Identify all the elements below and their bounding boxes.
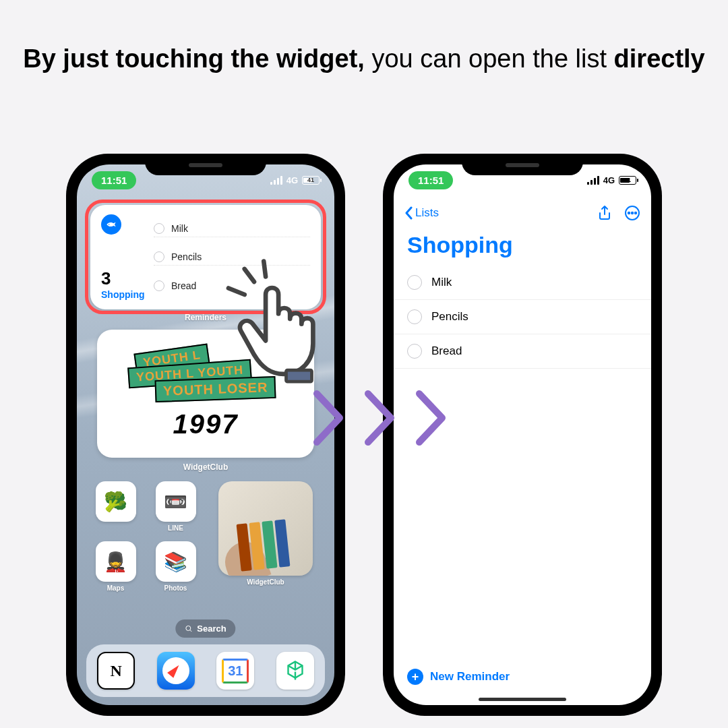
phone-left: 11:51 4G 41 3 Shoppi [67, 155, 344, 715]
svg-point-4 [635, 212, 636, 214]
youth-widget[interactable]: YOUTH L YOUTH L YOUTH YOUTH LOSER 1997 [97, 330, 314, 458]
search-icon [185, 625, 193, 633]
app-icon[interactable]: 💂Maps [90, 541, 141, 592]
back-button[interactable]: Lists [404, 206, 439, 220]
network-label: 4G [286, 175, 298, 185]
checkbox[interactable] [407, 309, 422, 324]
youth-year: 1997 [173, 409, 239, 439]
widget-app-label: Reminders [77, 313, 334, 322]
more-icon[interactable] [624, 205, 640, 221]
dock-chatgpt[interactable] [276, 652, 314, 690]
new-reminder-button[interactable]: + New Reminder [407, 669, 510, 685]
signal-icon [587, 176, 599, 185]
heading-text: By just touching the widget, you can ope… [0, 40, 728, 78]
status-time: 11:51 [92, 171, 136, 189]
app-icon[interactable]: 🥦. [90, 481, 141, 532]
list-title: Shopping [407, 232, 513, 258]
home-indicator[interactable] [479, 698, 566, 701]
app-icon[interactable]: 📼LINE [150, 481, 201, 532]
plus-icon: + [407, 669, 423, 685]
battery-icon: 41 [619, 176, 636, 185]
share-icon[interactable] [597, 205, 612, 221]
dock-calendar[interactable]: 31 [216, 652, 254, 690]
svg-point-2 [628, 212, 630, 214]
signal-icon [270, 176, 282, 185]
widget-highlight [85, 200, 326, 314]
list-item[interactable]: Bread [394, 334, 651, 369]
dock-safari[interactable] [157, 652, 195, 690]
transition-chevrons-icon [303, 384, 457, 452]
checkbox[interactable] [407, 275, 422, 290]
search-button[interactable]: Search [175, 619, 235, 638]
youth-label: WidgetClub [77, 462, 334, 472]
chevron-left-icon [404, 206, 413, 220]
battery-icon: 41 [302, 176, 320, 185]
svg-point-0 [186, 626, 191, 630]
checkbox[interactable] [407, 344, 422, 359]
widgetclub-medium[interactable]: WidgetClub [210, 481, 321, 592]
dock-notion[interactable]: N [97, 652, 135, 690]
list-item[interactable]: Milk [394, 266, 651, 300]
list-item[interactable]: Pencils [394, 300, 651, 334]
svg-point-3 [632, 212, 633, 214]
dock: N 31 [86, 644, 325, 697]
app-icon[interactable]: 📚Photos [150, 541, 201, 592]
